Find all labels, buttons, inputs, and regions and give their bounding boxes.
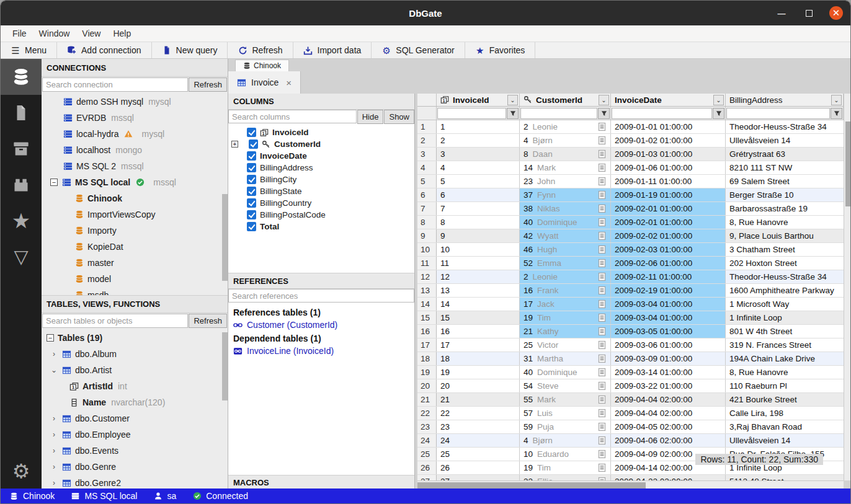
column-checkbox[interactable] — [247, 151, 256, 161]
cell-billingaddress[interactable]: 9, Place Louis Barthou — [726, 229, 844, 242]
tree-item-dbo-events[interactable]: ›dbo.Events — [42, 443, 228, 459]
cell-invoiceid[interactable]: 5 — [437, 175, 520, 188]
menu-file[interactable]: File — [7, 27, 32, 40]
column-item-billingcity[interactable]: BillingCity — [228, 174, 414, 185]
cell-invoicedate[interactable]: 2009-03-06 01:00:00 — [611, 338, 726, 351]
tab-group-chinook[interactable]: Chinook — [235, 60, 289, 71]
connection-item-model[interactable]: model — [42, 271, 228, 287]
cell-invoiceid[interactable]: 20 — [437, 379, 520, 392]
column-item-billingcountry[interactable]: BillingCountry — [228, 197, 414, 209]
cell-billingaddress[interactable]: Barbarossastraße 19 — [726, 202, 844, 215]
cell-billingaddress[interactable]: Theodor-Heuss-Straße 34 — [726, 270, 844, 283]
cell-invoiceid[interactable]: 18 — [437, 352, 520, 365]
menu-button[interactable]: ☰Menu — [1, 42, 57, 58]
cell-customerid[interactable]: 31Martha — [520, 352, 611, 365]
cell-invoiceid[interactable]: 13 — [437, 284, 520, 297]
tree-item-tables--19-[interactable]: −Tables (19) — [42, 330, 228, 346]
cell-billingaddress[interactable]: 8, Rue Hanovre — [726, 216, 844, 229]
cell-customerid[interactable]: 14Mark — [520, 161, 611, 174]
cell-invoicedate[interactable]: 2009-03-09 01:00:00 — [611, 352, 726, 365]
cell-invoiceid[interactable]: 25 — [437, 448, 520, 461]
lookup-document-icon[interactable] — [597, 218, 607, 228]
tables-scrollbar-thumb[interactable] — [222, 332, 228, 400]
filter-funnel-icon[interactable] — [507, 108, 519, 119]
lookup-document-icon[interactable] — [597, 122, 607, 132]
cell-invoiceid[interactable]: 16 — [437, 325, 520, 338]
connection-item-ms-sql-2[interactable]: MS SQL 2mssql — [42, 158, 228, 174]
grid-header-billingaddress[interactable]: BillingAddress⌄ — [726, 94, 844, 106]
cell-invoiceid[interactable]: 11 — [437, 257, 520, 270]
new-query-button[interactable]: New query — [152, 42, 228, 58]
cell-customerid[interactable]: 46Hugh — [520, 243, 611, 256]
cell-billingaddress[interactable]: 202 Hoxton Street — [726, 257, 844, 270]
cell-customerid[interactable]: 37Fynn — [520, 188, 611, 201]
cell-billingaddress[interactable]: 1 Microsoft Way — [726, 298, 844, 311]
lookup-document-icon[interactable] — [597, 231, 607, 241]
status-ms-sql-local[interactable]: MS SQL local — [71, 491, 137, 501]
cell-invoiceid[interactable]: 10 — [437, 243, 520, 256]
cell-customerid[interactable]: 19Tim — [520, 461, 611, 474]
column-item-customerid[interactable]: +CustomerId — [228, 138, 414, 150]
column-checkbox[interactable] — [247, 163, 256, 172]
chevron-right-icon[interactable]: › — [50, 446, 58, 455]
cell-invoicedate[interactable]: 2009-01-06 01:00:00 — [611, 161, 726, 174]
cell-invoicedate[interactable]: 2009-01-03 01:00:00 — [611, 148, 726, 161]
lookup-document-icon[interactable] — [597, 245, 607, 255]
cell-billingaddress[interactable]: Ullevålsveien 14 — [726, 134, 844, 147]
column-checkbox[interactable] — [249, 139, 258, 149]
tree-item-dbo-genre[interactable]: ›dbo.Genre — [42, 459, 228, 475]
column-item-billingaddress[interactable]: BillingAddress — [228, 162, 414, 174]
lookup-document-icon[interactable] — [597, 395, 607, 405]
lookup-document-icon[interactable] — [597, 381, 607, 391]
cell-invoiceid[interactable]: 24 — [437, 434, 520, 447]
cell-billingaddress[interactable]: 3 Chatham Street — [726, 243, 844, 256]
vertical-scrollbar[interactable] — [844, 94, 851, 480]
cell-invoiceid[interactable]: 8 — [437, 216, 520, 229]
chevron-right-icon[interactable]: › — [50, 414, 58, 423]
expand-icon[interactable]: + — [231, 141, 238, 148]
connection-item-evrdb[interactable]: EVRDBmssql — [42, 110, 228, 126]
chevron-down-icon[interactable]: ⌄ — [50, 366, 58, 374]
connections-scrollbar-thumb[interactable] — [222, 194, 228, 281]
column-item-billingpostalcode[interactable]: BillingPostalCode — [228, 209, 414, 221]
cell-invoiceid[interactable]: 6 — [437, 188, 520, 201]
close-button[interactable]: ✕ — [829, 6, 843, 20]
cell-customerid[interactable]: 2Leonie — [520, 120, 611, 133]
filter-funnel-icon[interactable] — [831, 108, 842, 119]
rail-item-archive[interactable] — [1, 131, 42, 167]
cell-customerid[interactable]: 38Niklas — [520, 202, 611, 215]
lookup-document-icon[interactable] — [597, 422, 607, 432]
cell-customerid[interactable]: 17Jack — [520, 298, 611, 311]
lookup-document-icon[interactable] — [597, 204, 607, 214]
tree-item-dbo-employee[interactable]: ›dbo.Employee — [42, 427, 228, 443]
columns-hide-button[interactable]: Hide — [357, 110, 384, 124]
tree-item-dbo-album[interactable]: ›dbo.Album — [42, 346, 228, 362]
cell-customerid[interactable]: 23John — [520, 175, 611, 188]
lookup-document-icon[interactable] — [597, 368, 607, 378]
cell-invoicedate[interactable]: 2009-01-11 01:00:00 — [611, 175, 726, 188]
column-item-invoiceid[interactable]: 1InvoiceId — [228, 126, 414, 138]
cell-invoicedate[interactable]: 2009-04-05 02:00:00 — [611, 420, 726, 433]
cell-invoiceid[interactable]: 1 — [437, 120, 520, 133]
lookup-document-icon[interactable] — [597, 340, 607, 350]
chevron-right-icon[interactable]: › — [50, 479, 58, 487]
cell-customerid[interactable]: 52Emma — [520, 257, 611, 270]
cell-invoiceid[interactable]: 15 — [437, 311, 520, 324]
cell-invoicedate[interactable]: 2009-04-04 02:00:00 — [611, 407, 726, 420]
cell-billingaddress[interactable]: 69 Salem Street — [726, 175, 844, 188]
connection-item-msdb[interactable]: msdb — [42, 287, 228, 295]
tab-close-icon[interactable]: × — [286, 77, 292, 88]
tree-item-name[interactable]: Namenvarchar(120) — [42, 394, 228, 410]
cell-customerid[interactable]: 54Steve — [520, 379, 611, 392]
tree-item-dbo-artist[interactable]: ⌄dbo.Artist — [42, 362, 228, 378]
column-dropdown-icon[interactable]: ⌄ — [713, 95, 724, 105]
lookup-document-icon[interactable] — [597, 286, 607, 296]
lookup-document-icon[interactable] — [597, 136, 607, 146]
cell-invoicedate[interactable]: 2009-01-02 01:00:00 — [611, 134, 726, 147]
connections-refresh-button[interactable]: Refresh — [189, 77, 227, 92]
cell-billingaddress[interactable]: 3,Raj Bhavan Road — [726, 420, 844, 433]
cell-invoicedate[interactable]: 2009-02-01 01:00:00 — [611, 216, 726, 229]
chevron-right-icon[interactable]: › — [50, 430, 58, 439]
lookup-document-icon[interactable] — [597, 259, 607, 268]
cell-invoiceid[interactable]: 19 — [437, 366, 520, 379]
